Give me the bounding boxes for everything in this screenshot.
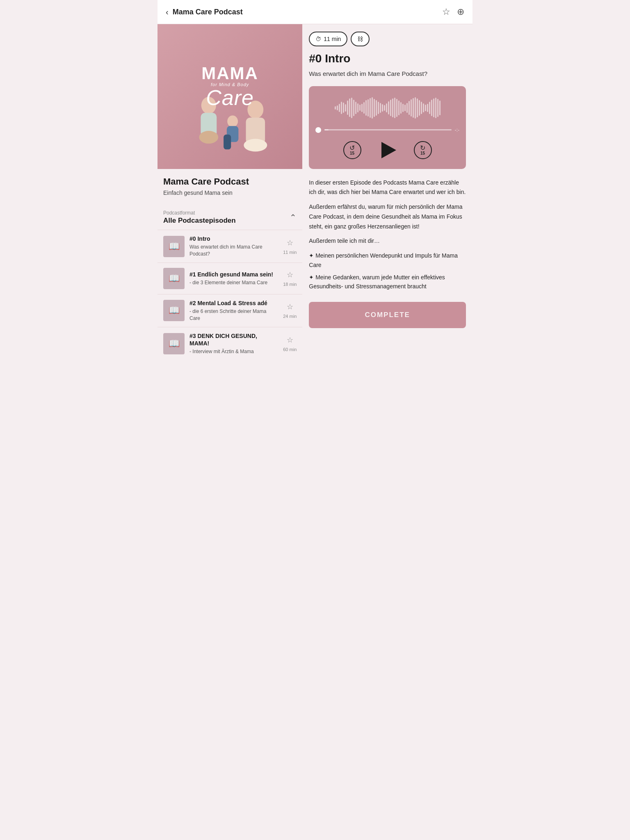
- progress-row[interactable]: -:-: [315, 127, 459, 133]
- episode-thumbnail: 📖: [163, 300, 185, 321]
- waveform-bar: [363, 102, 365, 114]
- episode-description: - die 3 Elemente deiner Mama Care: [189, 279, 278, 286]
- episode-subtitle: Was erwartet dich im Mama Care Podcast?: [309, 69, 466, 79]
- waveform-bar: [425, 105, 426, 111]
- list-item[interactable]: 📖 #3 DENK DICH GESUND, MAMA! - Interview…: [158, 327, 302, 360]
- rewind-circle: ↺ 15: [343, 141, 361, 159]
- waveform-bar: [365, 100, 367, 116]
- svg-rect-5: [224, 135, 231, 149]
- waveform-bar: [439, 100, 441, 115]
- episode-star-button-0[interactable]: ☆: [287, 238, 293, 247]
- forward-15-button[interactable]: ↻ 15: [414, 141, 432, 159]
- progress-track[interactable]: [324, 129, 451, 130]
- share-button[interactable]: ⊕: [457, 7, 464, 17]
- list-item[interactable]: 📖 #2 Mental Load & Stress adé - die 6 er…: [158, 294, 302, 327]
- waveform-bar: [368, 99, 369, 116]
- waveform-bar: [370, 98, 371, 118]
- waveform-bar: [415, 97, 416, 119]
- waveform-bar: [421, 102, 422, 114]
- complete-button[interactable]: COMPLETE: [309, 302, 466, 328]
- bookmark-button[interactable]: ☆: [442, 7, 450, 17]
- waveform-bar: [400, 102, 402, 114]
- play-button[interactable]: [376, 139, 399, 162]
- episode-title: #3 DENK DICH GESUND, MAMA!: [189, 332, 278, 347]
- episode-meta: ☆ 18 min: [283, 270, 297, 287]
- waveform-bar: [339, 104, 340, 112]
- book-icon: 📖: [169, 305, 180, 316]
- waveform-bar: [429, 102, 430, 114]
- waveform-bar: [402, 104, 404, 112]
- player-controls: ↺ 15 ↻ 15: [315, 139, 459, 162]
- waveform-bar: [392, 98, 393, 117]
- waveform-bar: [423, 103, 424, 112]
- episode-title: #1 Endlich gesund Mama sein!: [189, 271, 278, 278]
- episode-duration: 11 min: [283, 250, 297, 255]
- duration-badge-text: 11 min: [324, 36, 341, 42]
- waveform-bar: [437, 99, 438, 117]
- waveform-bar: [419, 100, 420, 116]
- waveform-bar: [396, 99, 397, 117]
- waveform-bar: [372, 97, 373, 119]
- episode-meta: ☆ 24 min: [283, 302, 297, 319]
- collapse-episodes-button[interactable]: ⌃: [290, 212, 297, 222]
- time-display: -:-: [455, 127, 459, 133]
- episode-title: #2 Mental Load & Stress adé: [189, 299, 278, 307]
- cover-art: MAMA for Mind & Body Care: [158, 24, 302, 169]
- episode-star-button-3[interactable]: ☆: [287, 336, 293, 345]
- episode-description: Was erwartet dich im Mama Care Podcast?: [189, 244, 278, 258]
- link-badge[interactable]: ⛓: [351, 32, 370, 46]
- episode-duration: 18 min: [283, 282, 297, 287]
- waveform-bar: [433, 98, 434, 117]
- top-nav: ‹ Mama Care Podcast ☆ ⊕: [158, 0, 472, 24]
- waveform-bar: [357, 103, 358, 112]
- cover-mama-text: MAMA: [201, 65, 258, 82]
- waveform-bar: [431, 100, 432, 116]
- waveform-bar: [341, 102, 342, 114]
- podcast-cover: MAMA for Mind & Body Care: [158, 24, 302, 169]
- nav-right: ☆ ⊕: [442, 7, 464, 17]
- waveform-bar: [353, 100, 354, 116]
- rewind-15-button[interactable]: ↺ 15: [343, 141, 361, 159]
- list-item[interactable]: 📖 #1 Endlich gesund Mama sein! - die 3 E…: [158, 262, 302, 294]
- nav-left: ‹ Mama Care Podcast: [166, 7, 243, 17]
- forward-label: 15: [420, 151, 425, 155]
- waveform-bar: [404, 105, 406, 111]
- list-item[interactable]: 📖 #0 Intro Was erwartet dich im Mama Car…: [158, 230, 302, 262]
- waveform-bar: [427, 104, 428, 112]
- episode-description: - die 6 ersten Schritte deiner Mama Care: [189, 308, 278, 322]
- svg-point-3: [227, 115, 238, 127]
- podcast-tagline: Einfach gesund Mama sein: [163, 189, 297, 196]
- episode-badges: ⏱ 11 min ⛓: [309, 32, 466, 46]
- bullet-2: ✦ Meine Gedanken, warum jede Mutter ein …: [309, 273, 466, 291]
- episode-format-label: Podcastformat: [163, 210, 236, 216]
- episode-list-header-text: Podcastformat Alle Podcastepisoden: [163, 210, 236, 225]
- episode-list-header: Podcastformat Alle Podcastepisoden ⌃: [158, 203, 302, 230]
- waveform-bar: [398, 100, 399, 115]
- waveform-bar: [345, 104, 346, 112]
- forward-circle: ↻ 15: [414, 141, 432, 159]
- waveform-bar: [361, 104, 363, 112]
- waveform-bar: [374, 99, 375, 117]
- episode-meta: ☆ 11 min: [283, 238, 297, 255]
- episode-star-button-2[interactable]: ☆: [287, 302, 293, 311]
- waveform-bar: [413, 98, 414, 118]
- duration-badge: ⏱ 11 min: [309, 32, 347, 46]
- episode-description-3: Außerdem teile ich mit dir…: [309, 236, 466, 246]
- episode-list-section: Podcastformat Alle Podcastepisoden ⌃ 📖 #…: [158, 203, 302, 360]
- episode-info: #1 Endlich gesund Mama sein! - die 3 Ele…: [189, 271, 278, 286]
- waveform: [315, 94, 459, 122]
- episode-star-button-1[interactable]: ☆: [287, 270, 293, 279]
- episode-info: #3 DENK DICH GESUND, MAMA! - Interview m…: [189, 332, 278, 355]
- podcast-info: Mama Care Podcast Einfach gesund Mama se…: [158, 169, 302, 203]
- episode-duration: 24 min: [283, 314, 297, 319]
- episode-thumbnail: 📖: [163, 236, 185, 257]
- waveform-bar: [343, 103, 344, 113]
- waveform-bar: [411, 99, 412, 116]
- back-button[interactable]: ‹: [166, 7, 169, 17]
- forward-arrow-icon: ↻: [420, 145, 425, 151]
- episode-thumbnail: 📖: [163, 333, 185, 354]
- nav-title: Mama Care Podcast: [173, 8, 243, 16]
- episode-description: - Interview mit Ärztin & Mama: [189, 348, 278, 355]
- progress-dot[interactable]: [315, 127, 321, 133]
- book-icon: 📖: [169, 273, 180, 284]
